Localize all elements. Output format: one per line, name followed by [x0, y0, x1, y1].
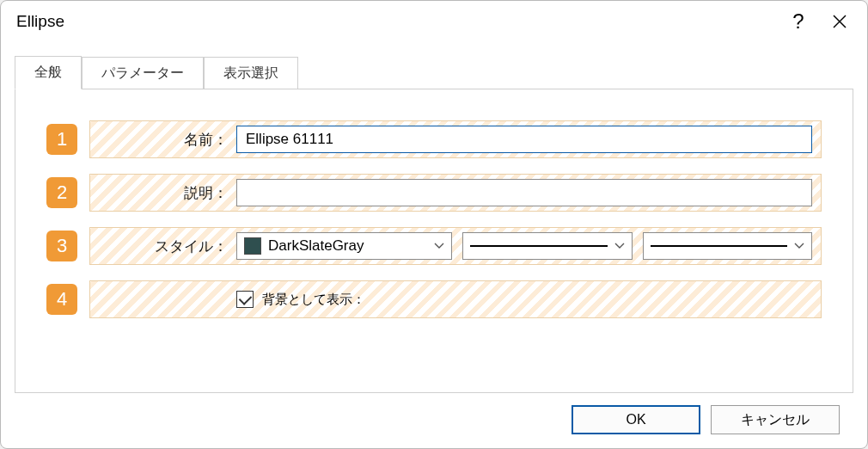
- dialog-buttons: OK キャンセル: [15, 393, 853, 434]
- style-label: スタイル：: [90, 237, 236, 256]
- titlebar: Ellipse ?: [1, 1, 867, 42]
- chevron-down-icon: [614, 243, 625, 249]
- style-lineweight-combo[interactable]: [643, 232, 812, 260]
- row-body: 背景として表示：: [89, 280, 822, 318]
- row-badge: 3: [46, 231, 77, 261]
- style-color-value: DarkSlateGray: [268, 237, 364, 255]
- cancel-button[interactable]: キャンセル: [711, 405, 840, 434]
- close-button[interactable]: [819, 4, 860, 39]
- chevron-down-icon: [794, 243, 804, 249]
- chevron-down-icon: [434, 243, 444, 249]
- row-description: 2 説明：: [46, 174, 822, 212]
- check-mark-icon: [238, 292, 252, 305]
- line-sample-icon: [651, 245, 787, 247]
- close-icon: [833, 15, 847, 28]
- style-linestyle-combo[interactable]: [462, 232, 632, 260]
- window-title: Ellipse: [16, 12, 778, 31]
- description-label: 説明：: [90, 183, 236, 203]
- name-label: 名前：: [90, 130, 236, 150]
- background-checkbox[interactable]: 背景として表示：: [236, 291, 365, 308]
- titlebar-buttons: ?: [778, 4, 860, 39]
- tabstrip: 全般 パラメーター 表示選択: [15, 54, 853, 89]
- row-body: 説明：: [89, 174, 822, 212]
- line-sample-icon: [470, 245, 607, 247]
- ok-button[interactable]: OK: [572, 405, 700, 434]
- background-label: 背景として表示：: [262, 292, 365, 308]
- name-input[interactable]: Ellipse 61111: [236, 126, 812, 153]
- style-color-combo[interactable]: DarkSlateGray: [236, 232, 452, 260]
- row-badge: 2: [46, 177, 77, 208]
- help-button[interactable]: ?: [778, 4, 819, 39]
- client-area: 全般 パラメーター 表示選択 1 名前： Ellipse 61111 2 説明：: [1, 42, 867, 448]
- dialog-window: Ellipse ? 全般 パラメーター 表示選択 1 名前：: [0, 0, 868, 449]
- row-style: 3 スタイル： DarkSlateGray: [46, 227, 822, 265]
- help-icon: ?: [792, 9, 804, 34]
- tab-page-general: 1 名前： Ellipse 61111 2 説明： 3: [15, 89, 853, 393]
- row-body: 名前： Ellipse 61111: [89, 120, 822, 158]
- description-input[interactable]: [236, 179, 812, 206]
- row-body: スタイル： DarkSlateGray: [89, 227, 822, 265]
- row-name: 1 名前： Ellipse 61111: [46, 120, 822, 158]
- tab-general[interactable]: 全般: [15, 56, 82, 89]
- tab-display[interactable]: 表示選択: [204, 57, 298, 89]
- row-badge: 4: [46, 284, 77, 315]
- color-swatch-icon: [244, 237, 261, 255]
- row-badge: 1: [46, 124, 77, 155]
- checkbox-icon: [236, 291, 254, 308]
- row-background: 4 背景として表示：: [46, 280, 822, 318]
- tab-parameters[interactable]: パラメーター: [82, 57, 204, 89]
